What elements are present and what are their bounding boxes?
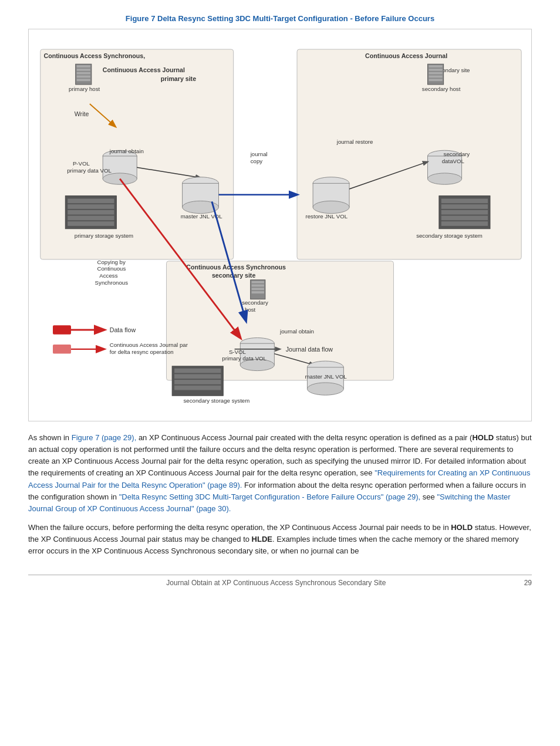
bold-hlde: HLDE (252, 535, 272, 544)
svg-text:primary data VOL: primary data VOL (222, 355, 266, 362)
svg-point-81 (307, 383, 343, 395)
svg-text:Data flow: Data flow (110, 326, 136, 333)
svg-text:journal: journal (250, 151, 268, 157)
svg-rect-56 (441, 198, 488, 203)
svg-text:dataVOL: dataVOL (442, 158, 465, 164)
svg-rect-22 (68, 204, 114, 209)
svg-rect-62 (167, 261, 394, 380)
svg-text:secondary: secondary (242, 299, 268, 306)
svg-text:master JNL VOL: master JNL VOL (305, 373, 348, 380)
svg-text:for delta resync operation: for delta resync operation (110, 349, 174, 355)
svg-text:host: host (245, 306, 256, 313)
svg-rect-68 (252, 288, 264, 290)
svg-rect-39 (429, 79, 442, 81)
svg-rect-58 (441, 210, 488, 215)
svg-rect-84 (174, 369, 221, 373)
svg-text:Continuous Access Journal: Continuous Access Journal (103, 66, 185, 73)
svg-rect-23 (68, 210, 114, 215)
svg-text:primary site: primary site (161, 75, 196, 82)
svg-text:Journal data flow: Journal data flow (286, 346, 333, 353)
svg-rect-25 (68, 221, 114, 226)
svg-text:Continuous Access Journal: Continuous Access Journal (365, 53, 447, 60)
svg-text:journal obtain: journal obtain (109, 148, 144, 154)
svg-rect-67 (252, 285, 264, 287)
svg-rect-57 (441, 204, 488, 209)
svg-rect-69 (252, 291, 264, 293)
svg-text:Access: Access (99, 272, 117, 279)
svg-text:Copying by: Copying by (97, 259, 125, 265)
svg-text:journal obtain: journal obtain (279, 328, 314, 335)
svg-rect-85 (174, 374, 221, 379)
diagram-svg: Continuous Access Synchronous, primary h… (36, 36, 524, 412)
svg-text:Synchronous: Synchronous (95, 279, 129, 286)
bold-hold-2: HOLD (451, 523, 473, 532)
footer-center-text: Journal Obtain at XP Continuous Access S… (28, 579, 524, 587)
footer-page: 29 (524, 579, 532, 587)
link-delta-resync[interactable]: "Delta Resync Setting 3DC Multi-Target C… (119, 492, 421, 501)
body-paragraph-1: As shown in Figure 7 (page 29), an XP Co… (28, 432, 532, 515)
svg-rect-96 (53, 325, 71, 334)
svg-rect-37 (429, 72, 442, 75)
svg-text:primary data VOL: primary data VOL (67, 167, 112, 174)
bold-hold-1: HOLD (472, 433, 494, 442)
svg-text:primary host: primary host (69, 86, 100, 92)
svg-rect-4 (77, 69, 90, 71)
svg-text:secondary host: secondary host (422, 86, 461, 92)
svg-text:secondary: secondary (444, 151, 470, 157)
svg-rect-87 (174, 386, 221, 390)
figure-container: Continuous Access Synchronous, primary h… (28, 29, 532, 421)
svg-rect-66 (252, 281, 264, 283)
svg-rect-3 (77, 65, 90, 67)
svg-text:P-VOL: P-VOL (73, 160, 90, 167)
svg-point-47 (313, 201, 349, 213)
svg-rect-35 (429, 65, 442, 67)
svg-point-51 (428, 173, 462, 184)
svg-text:secondary storage system: secondary storage system (184, 397, 250, 404)
svg-rect-7 (77, 79, 90, 81)
svg-rect-86 (174, 380, 221, 384)
svg-rect-38 (429, 76, 442, 78)
link-requirements[interactable]: "Requirements for Creating an XP Continu… (28, 468, 530, 489)
svg-rect-21 (68, 198, 114, 203)
svg-text:secondary storage system: secondary storage system (416, 232, 483, 239)
svg-text:Continuous: Continuous (97, 265, 126, 272)
svg-text:restore JNL VOL: restore JNL VOL (306, 213, 348, 220)
svg-rect-6 (77, 76, 90, 78)
svg-rect-99 (53, 345, 71, 353)
svg-rect-24 (68, 215, 114, 220)
svg-rect-59 (441, 215, 488, 220)
svg-text:Continuous Access Synchronous,: Continuous Access Synchronous, (44, 53, 146, 60)
svg-rect-60 (441, 221, 488, 226)
svg-text:Write: Write (75, 110, 89, 117)
svg-rect-5 (77, 72, 90, 75)
figure-title: Figure 7 Delta Resync Setting 3DC Multi-… (28, 14, 532, 23)
body-paragraph-2: When the failure occurs, before performi… (28, 522, 532, 557)
svg-text:journal restore: journal restore (336, 139, 373, 145)
svg-rect-36 (429, 69, 442, 71)
page-footer: Journal Obtain at XP Continuous Access S… (28, 575, 532, 587)
svg-text:copy: copy (251, 158, 263, 164)
svg-text:primary storage system: primary storage system (75, 232, 133, 239)
svg-text:Continuous Access Synchronous: Continuous Access Synchronous (186, 264, 286, 271)
svg-text:Continuous Access Journal par: Continuous Access Journal par (110, 342, 188, 348)
link-figure7[interactable]: Figure 7 (page 29), (72, 433, 137, 442)
